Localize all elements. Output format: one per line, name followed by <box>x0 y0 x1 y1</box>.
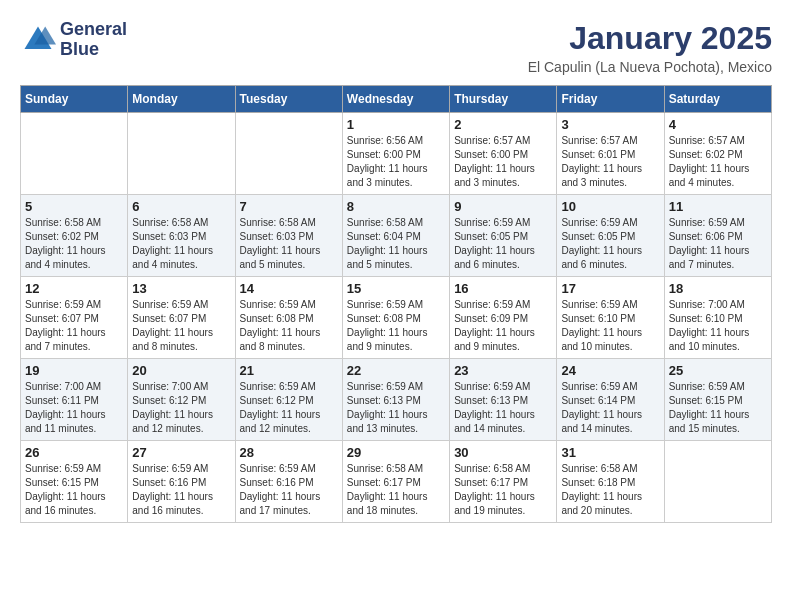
calendar-week-row: 26Sunrise: 6:59 AM Sunset: 6:15 PM Dayli… <box>21 441 772 523</box>
weekday-header: Thursday <box>450 86 557 113</box>
day-info: Sunrise: 6:57 AM Sunset: 6:02 PM Dayligh… <box>669 134 767 190</box>
day-info: Sunrise: 6:59 AM Sunset: 6:13 PM Dayligh… <box>454 380 552 436</box>
day-number: 16 <box>454 281 552 296</box>
day-number: 28 <box>240 445 338 460</box>
page-header: General Blue January 2025 El Capulin (La… <box>20 20 772 75</box>
calendar-cell: 7Sunrise: 6:58 AM Sunset: 6:03 PM Daylig… <box>235 195 342 277</box>
calendar-cell: 9Sunrise: 6:59 AM Sunset: 6:05 PM Daylig… <box>450 195 557 277</box>
day-number: 10 <box>561 199 659 214</box>
day-info: Sunrise: 6:59 AM Sunset: 6:05 PM Dayligh… <box>454 216 552 272</box>
day-number: 2 <box>454 117 552 132</box>
day-number: 5 <box>25 199 123 214</box>
calendar-cell: 21Sunrise: 6:59 AM Sunset: 6:12 PM Dayli… <box>235 359 342 441</box>
calendar-cell: 4Sunrise: 6:57 AM Sunset: 6:02 PM Daylig… <box>664 113 771 195</box>
calendar-cell: 24Sunrise: 6:59 AM Sunset: 6:14 PM Dayli… <box>557 359 664 441</box>
day-info: Sunrise: 6:56 AM Sunset: 6:00 PM Dayligh… <box>347 134 445 190</box>
calendar-cell: 18Sunrise: 7:00 AM Sunset: 6:10 PM Dayli… <box>664 277 771 359</box>
calendar-week-row: 1Sunrise: 6:56 AM Sunset: 6:00 PM Daylig… <box>21 113 772 195</box>
calendar-cell <box>128 113 235 195</box>
calendar-cell: 13Sunrise: 6:59 AM Sunset: 6:07 PM Dayli… <box>128 277 235 359</box>
calendar-cell <box>235 113 342 195</box>
day-info: Sunrise: 6:59 AM Sunset: 6:13 PM Dayligh… <box>347 380 445 436</box>
day-number: 31 <box>561 445 659 460</box>
day-info: Sunrise: 6:59 AM Sunset: 6:16 PM Dayligh… <box>240 462 338 518</box>
calendar-cell: 23Sunrise: 6:59 AM Sunset: 6:13 PM Dayli… <box>450 359 557 441</box>
calendar-cell: 5Sunrise: 6:58 AM Sunset: 6:02 PM Daylig… <box>21 195 128 277</box>
weekday-header: Saturday <box>664 86 771 113</box>
day-info: Sunrise: 6:59 AM Sunset: 6:08 PM Dayligh… <box>240 298 338 354</box>
calendar-cell: 31Sunrise: 6:58 AM Sunset: 6:18 PM Dayli… <box>557 441 664 523</box>
calendar-week-row: 19Sunrise: 7:00 AM Sunset: 6:11 PM Dayli… <box>21 359 772 441</box>
calendar-cell: 26Sunrise: 6:59 AM Sunset: 6:15 PM Dayli… <box>21 441 128 523</box>
day-number: 13 <box>132 281 230 296</box>
calendar-week-row: 5Sunrise: 6:58 AM Sunset: 6:02 PM Daylig… <box>21 195 772 277</box>
day-number: 22 <box>347 363 445 378</box>
calendar-cell: 3Sunrise: 6:57 AM Sunset: 6:01 PM Daylig… <box>557 113 664 195</box>
day-info: Sunrise: 6:58 AM Sunset: 6:03 PM Dayligh… <box>240 216 338 272</box>
weekday-header-row: SundayMondayTuesdayWednesdayThursdayFrid… <box>21 86 772 113</box>
day-info: Sunrise: 6:59 AM Sunset: 6:12 PM Dayligh… <box>240 380 338 436</box>
calendar-cell: 11Sunrise: 6:59 AM Sunset: 6:06 PM Dayli… <box>664 195 771 277</box>
weekday-header: Tuesday <box>235 86 342 113</box>
day-info: Sunrise: 7:00 AM Sunset: 6:12 PM Dayligh… <box>132 380 230 436</box>
day-number: 24 <box>561 363 659 378</box>
calendar-cell: 25Sunrise: 6:59 AM Sunset: 6:15 PM Dayli… <box>664 359 771 441</box>
calendar-cell: 14Sunrise: 6:59 AM Sunset: 6:08 PM Dayli… <box>235 277 342 359</box>
day-number: 6 <box>132 199 230 214</box>
day-info: Sunrise: 6:59 AM Sunset: 6:05 PM Dayligh… <box>561 216 659 272</box>
day-number: 26 <box>25 445 123 460</box>
day-info: Sunrise: 6:58 AM Sunset: 6:17 PM Dayligh… <box>347 462 445 518</box>
day-number: 23 <box>454 363 552 378</box>
day-info: Sunrise: 6:59 AM Sunset: 6:15 PM Dayligh… <box>669 380 767 436</box>
day-number: 25 <box>669 363 767 378</box>
day-info: Sunrise: 6:57 AM Sunset: 6:00 PM Dayligh… <box>454 134 552 190</box>
day-number: 9 <box>454 199 552 214</box>
day-number: 29 <box>347 445 445 460</box>
day-number: 17 <box>561 281 659 296</box>
day-info: Sunrise: 6:58 AM Sunset: 6:17 PM Dayligh… <box>454 462 552 518</box>
day-info: Sunrise: 6:59 AM Sunset: 6:07 PM Dayligh… <box>25 298 123 354</box>
day-info: Sunrise: 6:57 AM Sunset: 6:01 PM Dayligh… <box>561 134 659 190</box>
calendar-cell: 29Sunrise: 6:58 AM Sunset: 6:17 PM Dayli… <box>342 441 449 523</box>
day-number: 30 <box>454 445 552 460</box>
day-info: Sunrise: 7:00 AM Sunset: 6:10 PM Dayligh… <box>669 298 767 354</box>
calendar-cell: 30Sunrise: 6:58 AM Sunset: 6:17 PM Dayli… <box>450 441 557 523</box>
day-number: 3 <box>561 117 659 132</box>
month-title: January 2025 <box>528 20 772 57</box>
day-number: 18 <box>669 281 767 296</box>
day-number: 21 <box>240 363 338 378</box>
calendar-cell: 10Sunrise: 6:59 AM Sunset: 6:05 PM Dayli… <box>557 195 664 277</box>
calendar-table: SundayMondayTuesdayWednesdayThursdayFrid… <box>20 85 772 523</box>
weekday-header: Friday <box>557 86 664 113</box>
day-number: 11 <box>669 199 767 214</box>
calendar-cell: 2Sunrise: 6:57 AM Sunset: 6:00 PM Daylig… <box>450 113 557 195</box>
calendar-cell: 22Sunrise: 6:59 AM Sunset: 6:13 PM Dayli… <box>342 359 449 441</box>
logo: General Blue <box>20 20 127 60</box>
weekday-header: Monday <box>128 86 235 113</box>
day-number: 1 <box>347 117 445 132</box>
day-info: Sunrise: 6:58 AM Sunset: 6:03 PM Dayligh… <box>132 216 230 272</box>
logo-text: General Blue <box>60 20 127 60</box>
day-info: Sunrise: 6:59 AM Sunset: 6:08 PM Dayligh… <box>347 298 445 354</box>
logo-icon <box>20 22 56 58</box>
weekday-header: Wednesday <box>342 86 449 113</box>
calendar-cell: 28Sunrise: 6:59 AM Sunset: 6:16 PM Dayli… <box>235 441 342 523</box>
calendar-cell: 6Sunrise: 6:58 AM Sunset: 6:03 PM Daylig… <box>128 195 235 277</box>
day-info: Sunrise: 6:58 AM Sunset: 6:18 PM Dayligh… <box>561 462 659 518</box>
day-info: Sunrise: 6:59 AM Sunset: 6:06 PM Dayligh… <box>669 216 767 272</box>
day-info: Sunrise: 6:59 AM Sunset: 6:16 PM Dayligh… <box>132 462 230 518</box>
calendar-cell: 15Sunrise: 6:59 AM Sunset: 6:08 PM Dayli… <box>342 277 449 359</box>
day-info: Sunrise: 6:58 AM Sunset: 6:02 PM Dayligh… <box>25 216 123 272</box>
calendar-cell <box>21 113 128 195</box>
calendar-cell: 12Sunrise: 6:59 AM Sunset: 6:07 PM Dayli… <box>21 277 128 359</box>
day-number: 8 <box>347 199 445 214</box>
day-number: 27 <box>132 445 230 460</box>
calendar-cell: 20Sunrise: 7:00 AM Sunset: 6:12 PM Dayli… <box>128 359 235 441</box>
calendar-cell: 1Sunrise: 6:56 AM Sunset: 6:00 PM Daylig… <box>342 113 449 195</box>
location: El Capulin (La Nueva Pochota), Mexico <box>528 59 772 75</box>
calendar-cell: 16Sunrise: 6:59 AM Sunset: 6:09 PM Dayli… <box>450 277 557 359</box>
weekday-header: Sunday <box>21 86 128 113</box>
day-info: Sunrise: 6:59 AM Sunset: 6:07 PM Dayligh… <box>132 298 230 354</box>
day-number: 20 <box>132 363 230 378</box>
day-info: Sunrise: 6:58 AM Sunset: 6:04 PM Dayligh… <box>347 216 445 272</box>
